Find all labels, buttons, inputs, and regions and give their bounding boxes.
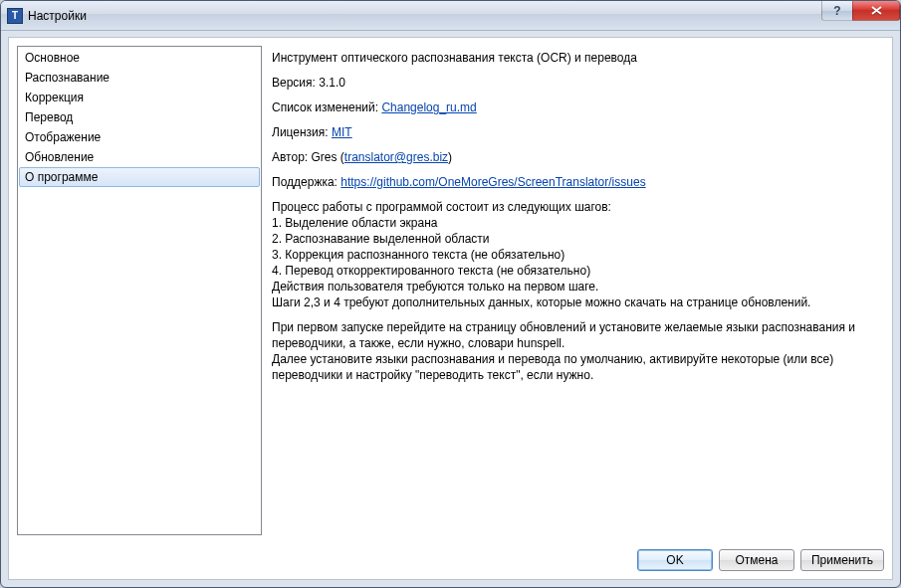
ok-button[interactable]: OK	[637, 549, 713, 571]
sidebar-item-6[interactable]: О программе	[19, 167, 260, 187]
window-title: Настройки	[28, 9, 87, 23]
version-value: 3.1.0	[319, 76, 345, 90]
apply-button[interactable]: Применить	[800, 549, 884, 571]
sidebar[interactable]: ОсновноеРаспознаваниеКоррекцияПереводОто…	[17, 46, 262, 535]
version-label: Версия:	[272, 76, 319, 90]
sidebar-item-4[interactable]: Отображение	[19, 127, 260, 147]
body: ОсновноеРаспознаваниеКоррекцияПереводОто…	[9, 38, 892, 543]
sidebar-item-5[interactable]: Обновление	[19, 147, 260, 167]
sidebar-item-label: Отображение	[25, 130, 101, 144]
license-label: Лицензия:	[272, 125, 332, 139]
settings-window: T Настройки ? ОсновноеРаспознаваниеКорре…	[0, 0, 901, 588]
process-step-1: 1. Выделение области экрана	[272, 215, 878, 231]
description-text: Инструмент оптического распознавания тек…	[272, 50, 878, 66]
system-buttons: ?	[822, 1, 900, 21]
client-area: ОсновноеРаспознаваниеКоррекцияПереводОто…	[8, 37, 893, 580]
author-email-link[interactable]: translator@gres.biz	[344, 150, 448, 164]
process-block: Процесс работы с программой состоит из с…	[272, 199, 878, 310]
sidebar-item-1[interactable]: Распознавание	[19, 68, 260, 88]
process-step-4: 4. Перевод откорректированного текста (н…	[272, 263, 878, 279]
license-link[interactable]: MIT	[332, 125, 352, 139]
first-run-2: Далее установите языки распознавания и п…	[272, 351, 878, 383]
sidebar-item-label: Основное	[25, 51, 80, 65]
help-button[interactable]: ?	[821, 1, 853, 21]
about-panel: Инструмент оптического распознавания тек…	[270, 46, 884, 535]
process-step-3: 3. Коррекция распознанного текста (не об…	[272, 247, 878, 263]
changelog-line: Список изменений: Changelog_ru.md	[272, 99, 878, 115]
dialog-buttons: OK Отмена Применить	[9, 543, 892, 579]
sidebar-item-2[interactable]: Коррекция	[19, 88, 260, 107]
support-link[interactable]: https://github.com/OneMoreGres/ScreenTra…	[340, 175, 645, 189]
first-run-1: При первом запуске перейдите на страницу…	[272, 319, 878, 351]
changelog-link[interactable]: Changelog_ru.md	[381, 100, 476, 114]
sidebar-item-3[interactable]: Перевод	[19, 107, 260, 127]
sidebar-item-label: Перевод	[25, 110, 73, 124]
process-step-2: 2. Распознавание выделенной области	[272, 231, 878, 247]
support-line: Поддержка: https://github.com/OneMoreGre…	[272, 174, 878, 190]
changelog-label: Список изменений:	[272, 100, 381, 114]
close-icon	[871, 6, 882, 15]
sidebar-item-label: Коррекция	[25, 91, 84, 104]
app-icon: T	[7, 8, 23, 24]
support-label: Поддержка:	[272, 175, 340, 189]
version-line: Версия: 3.1.0	[272, 75, 878, 91]
sidebar-item-label: О программе	[25, 170, 98, 184]
author-line: Автор: Gres (translator@gres.biz)	[272, 149, 878, 165]
steps-note: Шаги 2,3 и 4 требуют дополнительных данн…	[272, 294, 878, 310]
first-run-block: При первом запуске перейдите на страницу…	[272, 319, 878, 383]
help-icon: ?	[833, 4, 840, 18]
author-label: Автор: Gres (	[272, 150, 344, 164]
sidebar-item-0[interactable]: Основное	[19, 48, 260, 68]
license-line: Лицензия: MIT	[272, 124, 878, 140]
process-intro: Процесс работы с программой состоит из с…	[272, 199, 878, 215]
actions-note: Действия пользователя требуются только н…	[272, 279, 878, 294]
sidebar-item-label: Обновление	[25, 150, 94, 164]
cancel-button[interactable]: Отмена	[719, 549, 794, 571]
titlebar[interactable]: T Настройки ?	[1, 1, 900, 31]
close-button[interactable]	[852, 1, 900, 21]
sidebar-item-label: Распознавание	[25, 71, 110, 85]
